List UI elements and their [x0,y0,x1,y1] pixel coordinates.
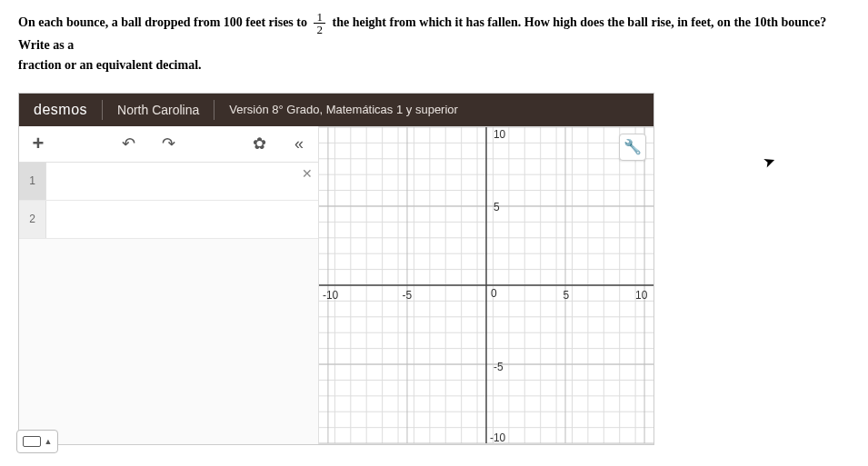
axis-tick: 5 [494,201,500,213]
axis-tick: -5 [494,361,504,373]
version-label: Versión 8° Grado, Matemáticas 1 y superi… [215,103,473,116]
titlebar: desmos North Carolina Versión 8° Grado, … [19,94,653,126]
mouse-cursor-icon: ➤ [761,151,778,171]
expression-input[interactable]: ✕ [46,163,318,200]
expression-row[interactable]: 2 [19,201,318,239]
axis-tick: 10 [635,289,648,302]
delete-row-icon[interactable]: ✕ [302,166,313,181]
wrench-icon: 🔧 [624,138,642,155]
graph-area[interactable]: 🔧 [319,126,653,444]
axis-tick: 10 [494,128,506,141]
expression-toolbar: + ↶ ↷ ✿ « [19,126,318,163]
undo-button[interactable]: ↶ [115,130,143,157]
axis-tick: 0 [491,287,497,300]
arrow-up-icon: ▲ [45,437,53,446]
axis-tick: -10 [490,431,506,444]
graph-settings-button[interactable]: 🔧 [619,134,646,161]
expression-list: 1 ✕ 2 [19,163,318,444]
expression-row[interactable]: 1 ✕ [19,163,318,201]
workspace: + ↶ ↷ ✿ « 1 ✕ 2 [19,126,653,444]
row-number: 1 [19,163,46,200]
fraction-one-half: 1 2 [314,11,325,35]
expression-input[interactable] [46,201,318,238]
keyboard-icon [23,436,41,447]
axis-tick: -10 [323,289,339,302]
desmos-app: desmos North Carolina Versión 8° Grado, … [18,93,654,445]
brand-label: desmos [19,102,102,118]
expression-sidebar: + ↶ ↷ ✿ « 1 ✕ 2 [19,126,319,444]
keyboard-toggle-button[interactable]: ▲ [16,430,58,453]
axis-tick: -5 [403,289,413,302]
axis-tick: 5 [564,289,570,302]
problem-part3: fraction or an equivalent decimal. [18,58,202,72]
row-number: 2 [19,201,46,238]
add-expression-button[interactable]: + [25,130,52,157]
redo-button[interactable]: ↷ [155,130,183,157]
problem-text: On each bounce, a ball dropped from 100 … [18,11,850,76]
region-label: North Carolina [103,103,214,117]
collapse-sidebar-button[interactable]: « [285,130,313,157]
settings-button[interactable]: ✿ [245,130,273,157]
coordinate-grid[interactable]: 10 5 0 -5 -10 -10 -5 5 10 [319,126,653,444]
problem-part1: On each bounce, a ball dropped from 100 … [18,15,307,29]
